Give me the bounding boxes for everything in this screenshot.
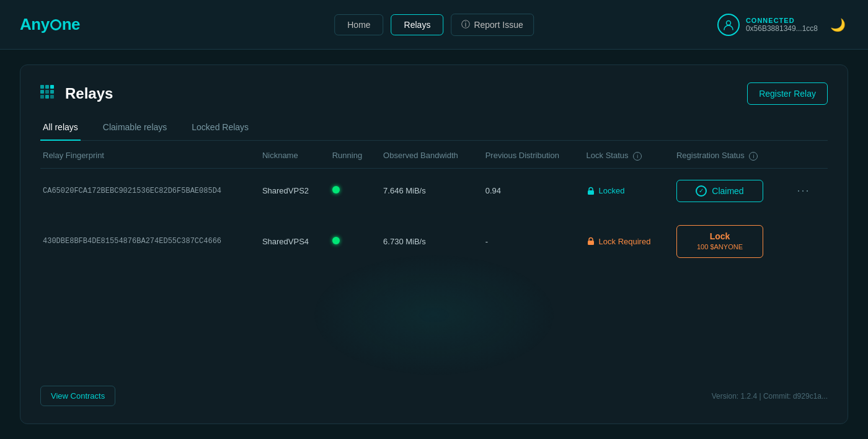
check-icon-1: ✓ [696, 185, 707, 197]
tab-all-relays[interactable]: All relays [40, 117, 81, 141]
relays-table: Relay Fingerprint Nickname Running Obser… [40, 141, 828, 269]
running-cell-2 [325, 213, 376, 268]
main-content: Relays Register Relay All relays Claimab… [0, 50, 868, 439]
col-header-running: Running [325, 141, 376, 168]
svg-rect-9 [50, 95, 54, 99]
bandwidth-cell-2: 6.730 MiB/s [376, 213, 478, 268]
lock-status-required: Lock Required [587, 237, 662, 246]
col-header-nickname: Nickname [255, 141, 325, 168]
lock-icon-2 [587, 237, 595, 246]
fingerprint-cell-2: 430DBE8BFB4DE81554876BA274ED55C387CC4666 [40, 213, 255, 268]
table-row: 430DBE8BFB4DE81554876BA274ED55C387CC4666… [40, 213, 828, 268]
tabs: All relays Claimable relays Locked Relay… [40, 117, 828, 141]
home-nav-button[interactable]: Home [334, 14, 383, 35]
avatar-icon [717, 14, 740, 36]
connected-info: CONNECTED 0x56B3881349...1cc8 [717, 14, 818, 36]
relays-nav-button[interactable]: Relays [391, 14, 444, 35]
nickname-cell-2: SharedVPS4 [255, 213, 325, 268]
nickname-cell-1: SharedVPS2 [255, 168, 325, 213]
svg-rect-3 [50, 85, 54, 89]
navbar: Anyne Home Relays ⓘ Report Issue CONNECT… [0, 0, 868, 50]
register-relay-button[interactable]: Register Relay [747, 82, 828, 105]
actions-cell-1: ··· [785, 168, 828, 213]
lock-status-info-icon: i [633, 152, 642, 161]
svg-rect-6 [50, 90, 54, 94]
actions-cell-2 [785, 213, 828, 268]
col-header-distribution: Previous Distribution [478, 141, 579, 168]
fingerprint-cell-1: CA65020FCA172BEBC9021536EC82D6F5BAE085D4 [40, 168, 255, 213]
col-header-reg-status: Registration Status i [669, 141, 785, 168]
relays-card: Relays Register Relay All relays Claimab… [20, 64, 848, 424]
card-header: Relays Register Relay [40, 82, 828, 105]
svg-rect-11 [588, 241, 594, 245]
lock-status-locked: Locked [587, 186, 662, 195]
connected-label: CONNECTED [746, 17, 818, 24]
card-title: Relays [40, 85, 113, 102]
reg-status-cell-2: Lock 100 $ANYONE [669, 213, 785, 268]
more-options-button-1[interactable]: ··· [792, 182, 815, 200]
running-cell-1 [325, 168, 376, 213]
lock-button[interactable]: Lock 100 $ANYONE [676, 225, 763, 258]
distribution-cell-2: - [478, 213, 579, 268]
table-container: Relay Fingerprint Nickname Running Obser… [40, 141, 828, 371]
bandwidth-cell-1: 7.646 MiB/s [376, 168, 478, 213]
lock-status-cell-2: Lock Required [579, 213, 669, 268]
card-footer: View Contracts Version: 1.2.4 | Commit: … [40, 381, 828, 406]
svg-rect-8 [45, 95, 49, 99]
tab-locked-relays[interactable]: Locked Relays [189, 117, 251, 141]
nav-center: Home Relays ⓘ Report Issue [334, 14, 534, 36]
claimed-badge: ✓ Claimed [676, 180, 763, 202]
page-title: Relays [65, 85, 113, 102]
reg-status-cell-1: ✓ Claimed [669, 168, 785, 213]
col-header-bandwidth: Observed Bandwidth [376, 141, 478, 168]
col-header-lock-status: Lock Status i [579, 141, 669, 168]
report-issue-button[interactable]: ⓘ Report Issue [451, 14, 533, 36]
table-row: CA65020FCA172BEBC9021536EC82D6F5BAE085D4… [40, 168, 828, 213]
svg-rect-1 [40, 85, 44, 89]
running-indicator-1 [332, 186, 340, 193]
svg-rect-7 [40, 95, 44, 99]
view-contracts-button[interactable]: View Contracts [40, 386, 115, 406]
col-header-fingerprint: Relay Fingerprint [40, 141, 255, 168]
col-header-actions [785, 141, 828, 168]
svg-point-0 [726, 20, 730, 25]
svg-rect-2 [45, 85, 49, 89]
tab-claimable-relays[interactable]: Claimable relays [100, 117, 169, 141]
connected-text: CONNECTED 0x56B3881349...1cc8 [746, 17, 818, 33]
relays-icon [40, 85, 58, 102]
lock-status-cell-1: Locked [579, 168, 669, 213]
info-icon: ⓘ [461, 19, 470, 30]
connected-address: 0x56B3881349...1cc8 [746, 24, 818, 33]
nav-right: CONNECTED 0x56B3881349...1cc8 🌙 [717, 14, 848, 36]
dark-mode-button[interactable]: 🌙 [828, 15, 848, 35]
running-indicator-2 [332, 237, 340, 244]
svg-rect-5 [45, 90, 49, 94]
svg-rect-4 [40, 90, 44, 94]
lock-icon-1 [587, 187, 595, 195]
svg-rect-10 [588, 190, 594, 195]
distribution-cell-1: 0.94 [478, 168, 579, 213]
version-text: Version: 1.2.4 | Commit: d929c1a... [712, 392, 828, 401]
logo: Anyne [20, 15, 80, 34]
reg-status-info-icon: i [749, 152, 758, 161]
